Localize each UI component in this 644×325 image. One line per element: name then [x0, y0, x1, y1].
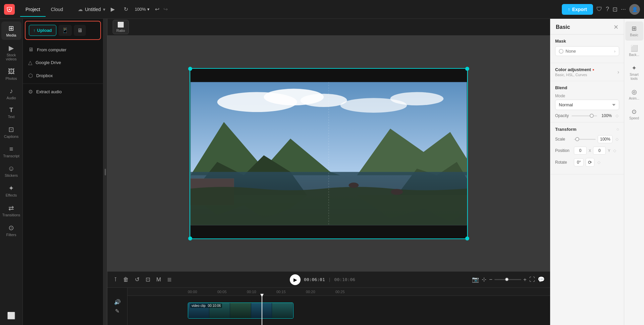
timeline-track: video clip 00:10:06 [127, 296, 550, 325]
mask-value: None [566, 49, 576, 54]
tab-project[interactable]: Project [20, 5, 46, 14]
shield-icon-btn[interactable]: 🛡 [596, 6, 602, 13]
upload-button[interactable]: ↑ Upload [29, 25, 56, 36]
sidebar-item-label: Photos [5, 76, 17, 80]
undo-btn[interactable]: ↩ [154, 5, 161, 14]
undo-tool-btn[interactable]: ↺ [133, 275, 141, 284]
flip-tool-btn[interactable]: M [155, 275, 162, 284]
upload-google-drive[interactable]: △ Google Drive [23, 56, 103, 69]
bottom-icon: ⬜ [7, 312, 15, 320]
handle-bottom-right[interactable] [465, 236, 469, 240]
sidebar-item-transcript[interactable]: ≡ Transcript [1, 143, 21, 161]
position-keyframe-btn[interactable]: ◇ [612, 148, 617, 153]
timeline-tracks: 🔊 ✎ 00:00 00:05 00:10 00:15 00:20 00:25 [107, 288, 550, 325]
color-adj-title: Color adjustment [555, 67, 591, 72]
undo-redo: ↩ ↪ [154, 5, 169, 14]
mask-none-btn[interactable]: None › [555, 46, 619, 56]
photos-icon: 🖼 [8, 68, 15, 75]
delete-tool-btn[interactable]: 🗑 [122, 275, 130, 284]
zoom-control[interactable]: 100% ▾ [135, 7, 150, 12]
right-tab-label: Anim... [629, 97, 639, 101]
comments-btn[interactable]: 💬 [538, 276, 545, 283]
zoom-out-btn[interactable]: − [489, 276, 492, 283]
project-name-arrow[interactable]: ▾ [103, 7, 105, 12]
color-adj-chevron[interactable]: › [618, 69, 619, 75]
right-tab-basic[interactable]: ⊞ Basic [625, 21, 643, 41]
rotate-keyframe-btn[interactable]: ◇ [596, 160, 601, 165]
opacity-slider[interactable] [572, 115, 597, 116]
upload-dropbox[interactable]: ⬡ Dropbox [23, 69, 103, 82]
upload-label: Upload [37, 28, 52, 33]
tab-cloud[interactable]: Cloud [46, 5, 69, 14]
collapse-handle[interactable] [103, 19, 107, 325]
upload-screen-btn[interactable]: 🖥 [74, 25, 86, 36]
preview-play-btn[interactable]: ▶ [108, 5, 117, 14]
help-icon-btn[interactable]: ? [606, 6, 609, 13]
edit-track-btn[interactable]: ✎ [115, 308, 119, 314]
mask-row: None › [555, 46, 619, 56]
sidebar-item-stock-videos[interactable]: ▶ Stock videos [1, 41, 21, 64]
export-button[interactable]: ↑ Export [562, 4, 593, 15]
video-clip[interactable]: video clip 00:10:06 [188, 303, 293, 319]
playhead[interactable] [262, 296, 262, 325]
app-logo [4, 4, 15, 15]
scale-keyframe-btn[interactable]: ◇ [614, 137, 619, 142]
user-avatar[interactable]: 👤 [629, 4, 640, 15]
handle-top-right[interactable] [465, 67, 469, 71]
right-side-tabs: ⊞ Basic ⬜ Back... ✦ Smart tools ◎ Anim..… [624, 19, 644, 325]
more-tool-btn[interactable]: ≣ [166, 275, 173, 284]
scale-slider[interactable] [574, 139, 596, 140]
svg-point-9 [390, 92, 444, 105]
share-icon-btn[interactable]: ⊡ [612, 6, 618, 13]
sidebar-item-stickers[interactable]: ☺ Stickers [1, 162, 21, 180]
position-label: Position [555, 148, 572, 153]
split-btn[interactable]: ⊹ [482, 276, 486, 283]
sidebar-item-media[interactable]: ⊞ Media [1, 21, 21, 40]
mute-btn[interactable]: 🔊 [114, 299, 121, 305]
timeline-right-controls: 📷 ⊹ − + ⛶ 💬 [472, 276, 545, 283]
zoom-in-btn[interactable]: + [523, 276, 527, 283]
panel-close-btn[interactable]: ✕ [613, 23, 619, 31]
sidebar-item-transitions[interactable]: ⇄ Transitions [1, 201, 21, 220]
sidebar-item-photos[interactable]: 🖼 Photos [1, 65, 21, 83]
mask-section: Mask None › [550, 35, 624, 63]
play-pause-btn[interactable]: ▶ [290, 274, 301, 285]
sidebar-item-audio[interactable]: ♪ Audio [1, 85, 21, 103]
color-adj-left: Color adjustment ● Basic, HSL, Curves [555, 67, 594, 77]
sidebar-item-captions[interactable]: ⊡ Captions [1, 123, 21, 141]
sidebar-item-label: Text [8, 115, 14, 119]
right-tab-smart-tools[interactable]: ✦ Smart tools [625, 61, 643, 84]
project-name[interactable]: Untitled [85, 7, 101, 12]
blend-mode-select[interactable]: NormalMultiplyScreenOverlayDarkenLighten [555, 100, 619, 110]
rotate-direction-btn[interactable]: ⟳ [586, 158, 594, 167]
sidebar-item-filters[interactable]: ⊙ Filters [1, 221, 21, 239]
opacity-keyframe-btn[interactable]: ◇ [614, 113, 619, 118]
dropbox-icon: ⬡ [28, 72, 33, 79]
sidebar-item-effects[interactable]: ✦ Effects [1, 181, 21, 200]
smart-tools-tab-icon: ✦ [632, 64, 637, 72]
right-tab-background[interactable]: ⬜ Back... [625, 41, 643, 60]
right-tab-speed[interactable]: ⊙ Speed [625, 105, 643, 124]
crop-tool-btn[interactable]: ⊡ [144, 275, 152, 284]
handle-bottom-left[interactable] [188, 236, 192, 240]
split-tool-btn[interactable]: ⊺ [113, 275, 118, 284]
mode-row: Mode NormalMultiplyScreenOverlayDarkenLi… [555, 94, 619, 110]
transform-toggle[interactable]: ○ [616, 126, 619, 132]
sidebar-item-bottom[interactable]: ⬜ [1, 309, 21, 322]
zoom-slider[interactable] [494, 279, 521, 280]
handle-top-left[interactable] [188, 67, 192, 71]
more-icon-btn[interactable]: ··· [621, 6, 626, 13]
cam-btn[interactable]: 📷 [472, 276, 479, 283]
redo-btn[interactable]: ↪ [162, 5, 169, 14]
preview-refresh-btn[interactable]: ↻ [121, 5, 131, 14]
right-tab-animate[interactable]: ◎ Anim... [625, 85, 643, 104]
fullscreen-btn[interactable]: ⛶ [529, 276, 535, 283]
ruler-mark: 00:10 [247, 290, 276, 294]
sidebar-item-text[interactable]: T Text [1, 104, 21, 121]
right-panel-content: Basic ✕ Mask None › Color adjustment [550, 19, 624, 325]
upload-mobile-btn[interactable]: 📱 [58, 25, 72, 36]
upload-extract-audio[interactable]: ⚙ Extract audio [23, 85, 103, 98]
rotate-value-btn[interactable]: 0° [574, 158, 584, 166]
upload-from-computer[interactable]: 🖥 From computer [23, 43, 103, 56]
ratio-button[interactable]: ⬜ Ratio [113, 20, 129, 34]
